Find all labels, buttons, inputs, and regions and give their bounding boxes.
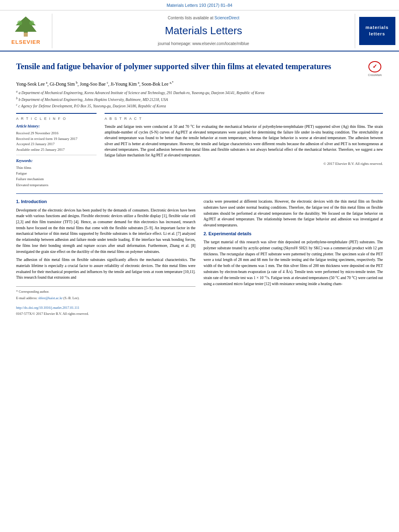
affiliations: a a Department of Mechanical Engineering… (16, 89, 383, 109)
history-revised: Received in revised form 19 January 2017 (16, 136, 97, 142)
article-info-abstract-section: A R T I C L E I N F O Article history: R… (16, 113, 383, 188)
exp-para1: The target material of this research was… (204, 239, 383, 287)
sciencedirect-line: Contents lists available at ScienceDirec… (168, 15, 239, 21)
history-available: Available online 25 January 2017 (16, 147, 97, 153)
abstract-heading: A B S T R A C T (105, 116, 383, 121)
article-title-section: Tensile and fatigue behavior of polymer … (16, 61, 383, 77)
right-intro-para1: cracks were presented at different locat… (204, 199, 383, 228)
affiliation-a: a a Department of Mechanical Engineering… (16, 89, 383, 96)
body-content: 1. Introduction Development of the elect… (16, 199, 383, 318)
issn-line: 0167-577X/© 2017 Elsevier B.V. All right… (16, 311, 195, 316)
materials-letters-logo: materials letters (355, 14, 399, 48)
crossmark-badge[interactable]: ✓ CrossMark (367, 61, 383, 77)
authors-line: Yong-Seok Lee a, Gi-Dong Sim b, Jong-Soo… (16, 80, 383, 88)
article-info-heading: A R T I C L E I N F O (16, 116, 97, 121)
journal-header: ELSEVIER Contents lists available at Sci… (0, 10, 399, 51)
section-divider (16, 193, 383, 194)
crossmark-label: CrossMark (368, 73, 382, 77)
keywords-label: Keywords: (16, 158, 97, 164)
journal-reference: Materials Letters 193 (2017) 81–84 (0, 0, 399, 10)
body-right-col: cracks were presented at different locat… (204, 199, 383, 318)
ml-logo-box: materials letters (359, 17, 395, 45)
email-link[interactable]: sblee@kaist.ac.kr (38, 296, 62, 300)
svg-point-3 (29, 21, 34, 25)
article-info-col: A R T I C L E I N F O Article history: R… (16, 113, 97, 188)
svg-point-2 (17, 21, 22, 25)
footnote-email: E-mail address: sblee@kaist.ac.kr (S.-B.… (16, 296, 195, 301)
footnote-corresponding: * Corresponding author. (16, 289, 195, 294)
keyword-3: Failure mechanism (16, 176, 97, 182)
history-accepted: Accepted 23 January 2017 (16, 142, 97, 147)
intro-para1: Development of the electronic devices ha… (16, 207, 195, 255)
abstract-col: A B S T R A C T Tensile and fatigue test… (105, 113, 383, 188)
intro-para2: The adhesion of thin metal films on flex… (16, 257, 195, 281)
divider (16, 155, 97, 155)
doi-link[interactable]: http://dx.doi.org/10.1016/j.matlet.2017.… (16, 305, 195, 310)
copyright-line: © 2017 Elsevier B.V. All rights reserved… (105, 161, 383, 166)
history-received: Received 29 November 2016 (16, 131, 97, 136)
journal-title-section: Contents lists available at ScienceDirec… (52, 14, 355, 48)
keyword-4: Elevated temperatures (16, 182, 97, 188)
history-label: Article history: (16, 124, 97, 129)
abstract-text: Tensile and fatigue tests were conducted… (105, 124, 383, 158)
body-left-col: 1. Introduction Development of the elect… (16, 199, 195, 318)
article-title: Tensile and fatigue behavior of polymer … (16, 61, 367, 72)
keyword-2: Fatigue (16, 170, 97, 176)
elsevier-logo-section: ELSEVIER (0, 14, 52, 48)
elsevier-wordmark: ELSEVIER (11, 39, 40, 46)
intro-heading: 1. Introduction (16, 199, 195, 205)
exp-heading: 2. Experimental details (204, 231, 383, 237)
sciencedirect-link[interactable]: ScienceDirect (214, 16, 239, 20)
keyword-1: Thin films (16, 165, 97, 170)
affiliation-b: b b Department of Mechanical Engineering… (16, 96, 383, 103)
journal-title: Materials Letters (165, 23, 242, 38)
crossmark-icon: ✓ (368, 61, 381, 72)
affiliation-c: c c Agency for Defense Development, P.O … (16, 103, 383, 109)
footnote-section: * Corresponding author. E-mail address: … (16, 286, 195, 316)
svg-rect-0 (24, 33, 28, 37)
main-content: Tensile and fatigue behavior of polymer … (0, 51, 399, 324)
homepage-line: journal homepage: www.elsevier.com/locat… (158, 41, 249, 47)
elsevier-tree-icon (12, 16, 40, 38)
